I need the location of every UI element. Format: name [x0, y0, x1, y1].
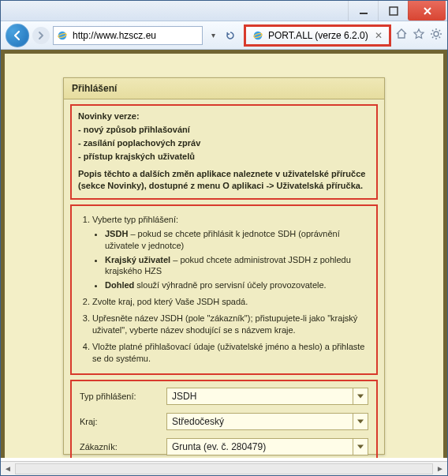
browser-window: ▾ PORT.ALL (verze 6.2.0) ✕ — [0, 0, 448, 476]
chevron-down-icon — [357, 445, 364, 449]
window-titlebar — [1, 1, 447, 21]
horizontal-scrollbar[interactable]: ◄ ► — [1, 461, 447, 475]
browser-navbar: ▾ PORT.ALL (verze 6.2.0) ✕ — [1, 21, 447, 50]
news-box: Novinky verze: - nový způsob přihlašován… — [70, 104, 378, 200]
login-type-label: Typ přihlášení: — [80, 392, 166, 401]
browser-viewport: Přihlášení Novinky verze: - nový způsob … — [1, 50, 447, 475]
browser-tab[interactable]: PORT.ALL (verze 6.2.0) ✕ — [244, 24, 391, 47]
window-minimize-button[interactable] — [348, 1, 378, 21]
svg-line-11 — [432, 30, 433, 31]
steps-box: Vyberte typ přihlášení: JSDH – pokud se … — [70, 204, 378, 375]
nav-back-button[interactable] — [6, 24, 29, 47]
step-1-opt-kraj: Krajský uživatel – pokud chcete administ… — [105, 254, 370, 278]
step-3: Upřesněte název JSDH (pole "zákazník"); … — [92, 313, 370, 336]
news-title: Novinky verze: — [78, 111, 370, 122]
browser-tool-icons — [395, 28, 442, 43]
news-item: - zasílání poplachových zpráv — [78, 137, 370, 149]
address-input[interactable] — [71, 29, 199, 42]
login-form: Typ přihlášení: JSDH Kraj: Středočeský Z… — [70, 380, 378, 458]
address-dropdown-button[interactable]: ▾ — [206, 27, 220, 44]
panel-header: Přihlášení — [64, 78, 384, 99]
chevron-down-icon — [357, 420, 364, 424]
login-panel: Přihlášení Novinky verze: - nový způsob … — [63, 77, 385, 455]
svg-point-6 — [434, 32, 439, 36]
window-maximize-button[interactable] — [378, 1, 408, 21]
step-1-opt-dohled: Dohled slouží výhradně pro servisní účel… — [105, 279, 370, 291]
step-2: Zvolte kraj, pod který Vaše JSDH spadá. — [92, 296, 370, 308]
refresh-button[interactable] — [223, 27, 237, 44]
step-1: Vyberte typ přihlášení: JSDH – pokud se … — [92, 214, 370, 291]
steps-list: Vyberte typ přihlášení: JSDH – pokud se … — [78, 214, 370, 364]
customer-select[interactable]: Grunta (ev. č. 280479) — [166, 438, 368, 455]
svg-rect-0 — [360, 13, 368, 14]
svg-rect-1 — [390, 7, 398, 15]
page-body: Přihlášení Novinky verze: - nový způsob … — [1, 50, 447, 458]
step-4: Vložte platné přihlašovací údaje (uživat… — [92, 341, 370, 365]
favorites-icon[interactable] — [413, 28, 425, 43]
browser-tabbar: PORT.ALL (verze 6.2.0) ✕ — [244, 24, 391, 47]
address-bar[interactable] — [53, 26, 203, 45]
scroll-left-button[interactable]: ◄ — [1, 462, 15, 476]
login-type-select[interactable]: JSDH — [166, 388, 368, 405]
home-icon[interactable] — [395, 28, 408, 43]
news-item: - přístup krajských uživatelů — [78, 151, 370, 163]
tab-close-icon[interactable]: ✕ — [375, 30, 383, 41]
scroll-track[interactable] — [15, 463, 433, 474]
ie-icon — [252, 30, 263, 41]
chevron-down-icon — [357, 395, 364, 399]
tab-title: PORT.ALL (verze 6.2.0) — [268, 30, 368, 41]
svg-line-13 — [432, 37, 433, 38]
step-1-opt-jsdh: JSDH – pokud se chcete přihlásit k jedno… — [105, 228, 370, 252]
news-description: Popis těchto a dalších změn aplikace nal… — [78, 168, 370, 192]
nav-forward-button[interactable] — [32, 27, 50, 44]
customer-label: Zákazník: — [80, 442, 166, 452]
scroll-right-button[interactable]: ► — [433, 462, 447, 476]
tools-icon[interactable] — [430, 28, 442, 43]
ie-icon — [57, 30, 68, 41]
svg-line-14 — [439, 30, 440, 31]
region-label: Kraj: — [80, 417, 166, 426]
svg-line-12 — [439, 37, 440, 38]
region-select[interactable]: Středočeský — [166, 413, 368, 430]
news-item: - nový způsob přihlašování — [78, 124, 370, 136]
window-close-button[interactable] — [408, 1, 446, 21]
